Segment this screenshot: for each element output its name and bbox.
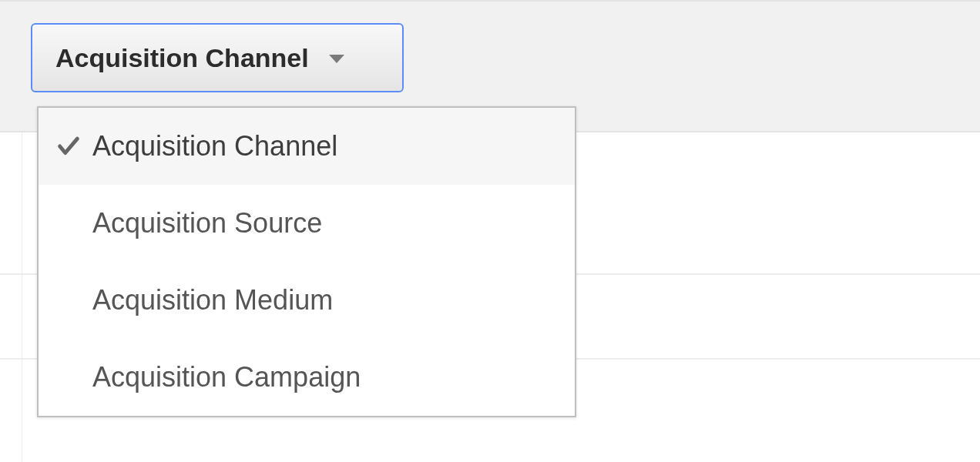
dropdown-option-acquisition-source[interactable]: Acquisition Source [39, 185, 575, 262]
checkmark-icon [55, 133, 82, 159]
dropdown-option-acquisition-medium[interactable]: Acquisition Medium [39, 262, 575, 339]
dropdown-option-label: Acquisition Channel [92, 130, 337, 162]
dropdown-option-label: Acquisition Medium [92, 284, 333, 316]
dropdown-option-label: Acquisition Campaign [92, 361, 361, 393]
column-divider [22, 132, 22, 462]
dropdown-option-acquisition-channel[interactable]: Acquisition Channel [39, 108, 575, 185]
dimension-dropdown-button[interactable]: Acquisition Channel [31, 23, 404, 92]
dimension-dropdown-menu: Acquisition Channel Acquisition Source A… [37, 106, 576, 417]
dropdown-option-label: Acquisition Source [92, 207, 322, 239]
chevron-down-icon [329, 55, 344, 63]
dropdown-option-acquisition-campaign[interactable]: Acquisition Campaign [39, 339, 575, 416]
dimension-dropdown-label: Acquisition Channel [55, 43, 309, 73]
